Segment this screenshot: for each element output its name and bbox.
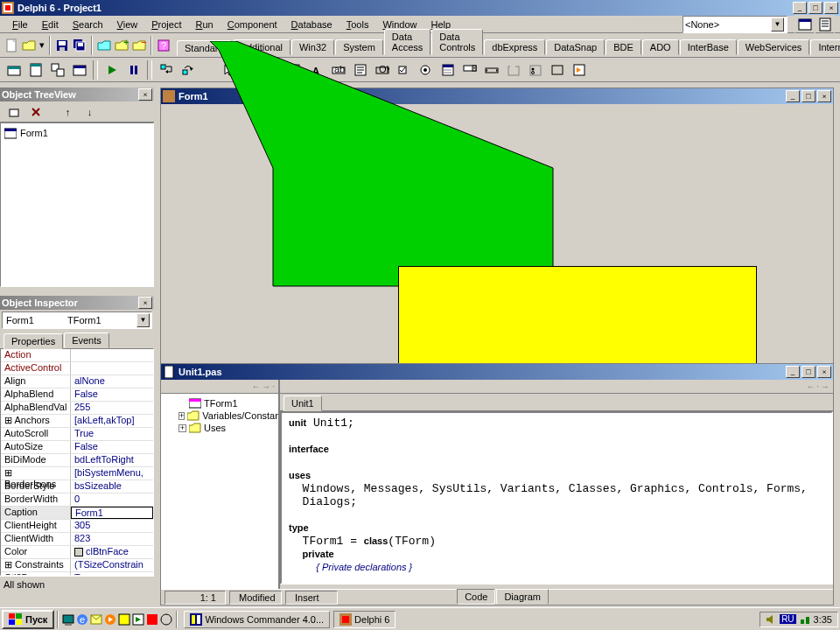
config-combo[interactable]: ▼ <box>682 16 788 33</box>
view-form-button[interactable] <box>4 60 24 80</box>
tab-standard[interactable]: Standard <box>177 40 232 56</box>
task-delphi[interactable]: Delphi 6 <box>333 611 396 628</box>
code-editor[interactable]: unit Unit1; interface uses Windows, Mess… <box>280 411 833 584</box>
ql-media-icon[interactable] <box>103 612 117 626</box>
menu-component[interactable]: Component <box>220 18 284 32</box>
groupbox-component[interactable] <box>503 60 523 80</box>
code-tree-tform1[interactable]: TForm1 <box>164 397 275 410</box>
inspector-object-combo[interactable]: Form1 TForm1 ▼ <box>2 312 152 329</box>
designer-min-button[interactable]: _ <box>786 90 800 102</box>
tab-win32[interactable]: Win32 <box>291 39 334 55</box>
step-over-button[interactable] <box>178 60 198 80</box>
trace-into-button[interactable] <box>156 60 176 80</box>
start-button[interactable]: Пуск <box>2 610 54 629</box>
actionlist-component[interactable] <box>569 60 589 80</box>
menu-file[interactable]: File <box>5 18 35 32</box>
tree-up-button[interactable]: ↑ <box>58 102 78 122</box>
tray-net-icon[interactable] <box>800 614 810 625</box>
code-tree-variablesconstants[interactable]: +Variables/Constants <box>164 410 275 422</box>
tab-ado[interactable]: ADO <box>642 39 679 55</box>
tab-additional[interactable]: Additional <box>233 39 290 55</box>
add-file-button[interactable]: + <box>114 36 130 55</box>
prop-row-align[interactable]: AlignalNone <box>1 375 153 388</box>
prop-row-alphablendval[interactable]: AlphaBlendVal255 <box>1 402 153 415</box>
prop-row-anchors[interactable]: ⊞ Anchors[akLeft,akTop] <box>1 415 153 428</box>
bottom-tab-diagram[interactable]: Diagram <box>496 589 549 605</box>
checkbox-component[interactable] <box>394 60 414 80</box>
dropdown-arrow-icon[interactable]: ▼ <box>771 18 784 32</box>
minimize-button[interactable]: _ <box>793 2 807 14</box>
save-button[interactable] <box>54 36 70 55</box>
treeview-close-button[interactable]: × <box>138 88 152 101</box>
tab-system[interactable]: System <box>335 39 383 55</box>
prop-row-autoscroll[interactable]: AutoScrollTrue <box>1 428 153 441</box>
ql-app3-icon[interactable] <box>145 612 159 626</box>
menu-project[interactable]: Project <box>144 18 188 32</box>
menu-edit[interactable]: Edit <box>35 18 66 32</box>
tree-node-form1[interactable]: Form1 <box>20 128 48 138</box>
tab-dbexpress[interactable]: dbExpress <box>484 39 545 55</box>
prop-row-autosize[interactable]: AutoSizeFalse <box>1 441 153 454</box>
menu-tools[interactable]: Tools <box>340 18 376 32</box>
help-button[interactable]: ? <box>156 36 172 55</box>
treeview-body[interactable]: Form1 <box>0 122 154 287</box>
prop-row-clientheight[interactable]: ClientHeight305 <box>1 520 153 533</box>
new-button[interactable] <box>4 36 19 55</box>
nav-back-icon[interactable]: ← <box>251 382 260 391</box>
menu-database[interactable]: Database <box>284 18 340 32</box>
code-min-button[interactable]: _ <box>786 366 800 378</box>
close-button[interactable]: × <box>824 2 838 14</box>
tab-datasnap[interactable]: DataSnap <box>546 39 605 55</box>
ql-desktop-icon[interactable] <box>61 612 75 626</box>
nav-fwd-icon[interactable]: → <box>262 382 270 391</box>
open-project-button[interactable] <box>96 36 112 55</box>
inspector-close-button[interactable]: × <box>138 297 152 309</box>
menu-search[interactable]: Search <box>66 18 110 32</box>
label-component[interactable]: A <box>306 60 326 80</box>
popupmenu-component[interactable] <box>284 60 304 80</box>
tab-webservices[interactable]: WebServices <box>738 39 810 55</box>
prop-row-bidimode[interactable]: BiDiModebdLeftToRight <box>1 454 153 467</box>
combobox-component[interactable] <box>459 60 480 80</box>
task-wincommander[interactable]: Windows Commander 4.0... <box>184 611 330 628</box>
tree-down-button[interactable]: ↓ <box>80 102 100 122</box>
tab-interbase[interactable]: InterBase <box>680 39 737 55</box>
bottom-tab-code[interactable]: Code <box>457 589 495 605</box>
nav-fwd-icon[interactable]: → <box>821 382 830 391</box>
prop-row-color[interactable]: ColorclBtnFace <box>1 546 153 559</box>
frames-component[interactable] <box>241 60 261 80</box>
ql-outlook-icon[interactable] <box>89 612 103 626</box>
ql-app2-icon[interactable] <box>131 612 145 626</box>
unit-view-button[interactable] <box>815 15 835 34</box>
prop-row-constraints[interactable]: ⊞ Constraints(TSizeConstrain <box>1 559 153 572</box>
open-button[interactable] <box>21 36 37 55</box>
prop-row-activecontrol[interactable]: ActiveControl <box>1 362 153 375</box>
code-close-button[interactable]: × <box>817 366 831 378</box>
button-component[interactable]: OK <box>372 60 392 80</box>
save-all-button[interactable] <box>72 36 88 55</box>
inspector-grid[interactable]: Action ActiveControl AlignalNone AlphaBl… <box>0 348 154 576</box>
tab-datacontrols[interactable]: Data Controls <box>431 29 483 55</box>
view-unit-button[interactable] <box>25 60 46 80</box>
designer-titlebar[interactable]: Form1 _ □ × <box>161 88 833 104</box>
memo-component[interactable] <box>350 60 370 80</box>
radiogroup-component[interactable] <box>525 60 545 80</box>
pause-button[interactable] <box>123 60 144 80</box>
code-tree-uses[interactable]: +Uses <box>164 422 275 434</box>
prop-row-borderwidth[interactable]: BorderWidth0 <box>1 494 153 507</box>
listbox-component[interactable] <box>438 60 458 80</box>
maximize-button[interactable]: □ <box>808 2 822 14</box>
tab-properties[interactable]: Properties <box>4 333 63 349</box>
design-surface[interactable] <box>161 104 833 367</box>
designer-max-button[interactable]: □ <box>802 90 816 102</box>
prop-row-clientwidth[interactable]: ClientWidth823 <box>1 533 153 546</box>
code-max-button[interactable]: □ <box>802 366 816 378</box>
prop-row-bordericons[interactable]: ⊞ BorderIcons[biSystemMenu, <box>1 467 153 480</box>
tree-delete-button[interactable] <box>25 102 46 122</box>
toggle-form-unit-button[interactable] <box>47 60 67 80</box>
prop-row-alphablend[interactable]: AlphaBlendFalse <box>1 388 153 402</box>
prop-row-borderstyle[interactable]: BorderStylebsSizeable <box>1 480 153 494</box>
form-view-button[interactable] <box>794 15 815 34</box>
designer-close-button[interactable]: × <box>817 90 831 102</box>
clock[interactable]: 3:35 <box>814 614 832 625</box>
